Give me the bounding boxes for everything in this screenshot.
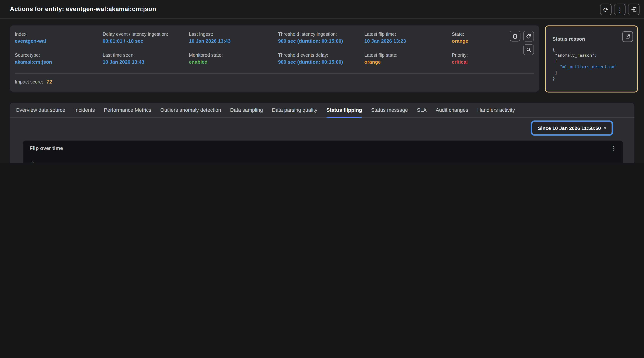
- tab-audit-changes[interactable]: Audit changes: [436, 103, 468, 117]
- field-latest-flip-state: Latest flip state: orange: [364, 53, 452, 65]
- app-root: Actions for entity: eventgen-waf:akamai:…: [0, 0, 644, 163]
- exit-icon: [631, 6, 637, 13]
- top-actions: ⟳ ⋮: [600, 4, 640, 15]
- status-reason-panel: Status reason { "anomaly_reason": [ "ml_…: [545, 26, 638, 93]
- tab-status-message[interactable]: Status message: [371, 103, 408, 117]
- search-icon: [526, 47, 532, 53]
- field-delay-ingestion: Delay event / latency ingestion: 00:01:0…: [103, 32, 189, 44]
- divider: [15, 73, 534, 74]
- json-line: "anomaly_reason":: [552, 53, 617, 59]
- entity-fields: Index: eventgen-waf Delay event / latenc…: [15, 32, 490, 65]
- field-index: Index: eventgen-waf: [15, 32, 103, 44]
- field-sourcetype: Sourcetype: akamai:cm:json: [15, 53, 103, 65]
- open-external-button[interactable]: [622, 31, 633, 42]
- json-line: }: [552, 76, 617, 82]
- tab-performance-metrics[interactable]: Performance Metrics: [104, 103, 151, 117]
- field-threshold-events-delay: Threshold events delay: 900 sec (duratio…: [278, 53, 364, 65]
- field-last-ingest: Last ingest: 10 Jan 2026 13:43: [189, 32, 278, 44]
- tab-overview-data-source[interactable]: Overview data source: [16, 103, 65, 117]
- json-line: [: [552, 59, 617, 64]
- field-monitored-state: Monitored state: enabled: [189, 53, 278, 65]
- tab-data-sampling[interactable]: Data sampling: [230, 103, 263, 117]
- more-menu-button[interactable]: ⋮: [614, 4, 626, 15]
- refresh-button[interactable]: ⟳: [600, 4, 612, 15]
- entity-info-panel: Index: eventgen-waf Delay event / latenc…: [10, 26, 540, 92]
- impact-score-value: 72: [46, 79, 52, 85]
- time-range-label: Since 10 Jan 2026 11:58:50: [538, 125, 601, 131]
- status-reason-title: Status reason: [552, 36, 585, 42]
- tag-icon: [526, 33, 532, 39]
- content-panel: Overview data source Incidents Performan…: [10, 103, 634, 163]
- field-threshold-latency: Threshold latency ingestion: 900 sec (du…: [278, 32, 364, 44]
- external-link-icon: [625, 34, 630, 40]
- json-line: {: [552, 47, 617, 53]
- tab-data-parsing-quality[interactable]: Data parsing quality: [272, 103, 318, 117]
- chart-menu-button[interactable]: ⋮: [610, 145, 617, 151]
- field-last-time-seen: Last time seen: 10 Jan 2026 13:43: [103, 53, 189, 65]
- tab-status-flipping[interactable]: Status flipping: [326, 103, 362, 117]
- tab-handlers-activity[interactable]: Handlers activity: [477, 103, 515, 117]
- chevron-down-icon: ▾: [604, 126, 606, 130]
- json-line: "ml_outliers_detection": [552, 64, 617, 70]
- tab-incidents[interactable]: Incidents: [74, 103, 95, 117]
- kebab-icon: ⋮: [617, 6, 623, 13]
- chart-title: Flip over time: [30, 146, 63, 151]
- tab-bar: Overview data source Incidents Performan…: [10, 103, 634, 118]
- tag-button[interactable]: [523, 31, 534, 42]
- tab-outliers-anomaly-detection[interactable]: Outliers anomaly detection: [160, 103, 221, 117]
- flip-over-time-card: Flip over time ⋮ 2111:00 AMSat Jan 10202…: [23, 141, 623, 163]
- tab-sla[interactable]: SLA: [417, 103, 426, 117]
- top-bar: Actions for entity: eventgen-waf:akamai:…: [0, 0, 644, 19]
- impact-score-label: Impact score:: [15, 79, 43, 84]
- field-priority: Priority: critical: [452, 53, 490, 65]
- field-state: State: orange: [452, 32, 490, 44]
- page-title: Actions for entity: eventgen-waf:akamai:…: [10, 6, 156, 12]
- json-line: ]: [552, 70, 617, 76]
- y-axis-tick-label: 2: [26, 161, 34, 163]
- status-reason-json: { "anomaly_reason": [ "ml_outliers_detec…: [552, 47, 617, 81]
- exit-button[interactable]: [628, 4, 639, 15]
- refresh-icon: ⟳: [603, 6, 608, 13]
- time-range-picker[interactable]: Since 10 Jan 2026 11:58:50 ▾: [532, 122, 612, 134]
- impact-score-row: Impact score:72: [15, 79, 52, 85]
- clipboard-icon: [512, 33, 518, 39]
- clipboard-button[interactable]: [510, 31, 520, 42]
- search-button[interactable]: [523, 44, 534, 55]
- field-latest-flip-time: Latest flip time: 10 Jan 2026 13:23: [364, 32, 452, 44]
